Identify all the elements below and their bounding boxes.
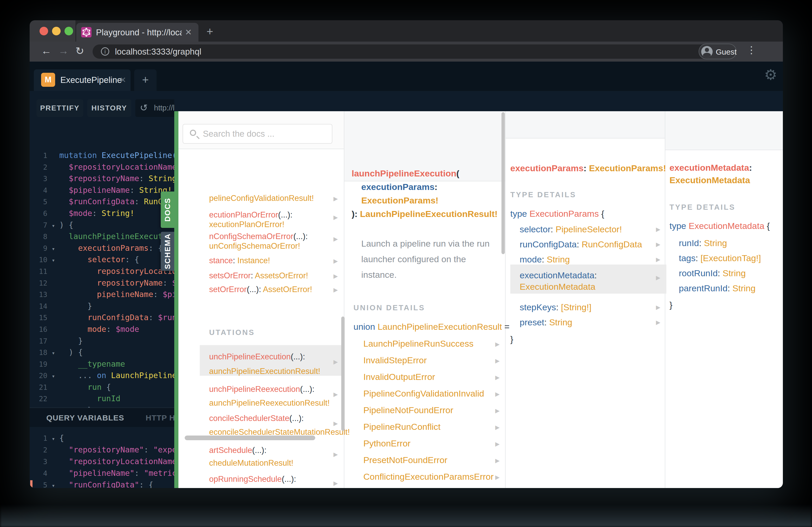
expand-arrow-icon[interactable]: ▶ <box>656 256 661 263</box>
docs-item[interactable]: concileSchedulerState(...): <box>209 414 304 423</box>
docs-item[interactable]: executionMetadata: <box>520 270 597 281</box>
docs-item[interactable]: InvalidStepError <box>363 355 427 365</box>
endpoint-input[interactable]: ↻ http://loc <box>135 99 174 117</box>
docs-item[interactable]: InvalidOutputError <box>363 372 435 382</box>
docs-item[interactable]: setOrError(...): AssetOrError! <box>209 285 312 294</box>
docs-item[interactable]: runId: String <box>679 238 727 248</box>
expand-arrow-icon[interactable]: ▶ <box>333 359 338 365</box>
tab-http-headers[interactable]: HTTP HEADERS <box>146 413 174 422</box>
docs-item[interactable]: rootRunId: String <box>679 268 746 278</box>
expand-arrow-icon[interactable]: ▶ <box>333 195 338 202</box>
expand-arrow-icon[interactable]: ▶ <box>333 273 338 280</box>
expand-arrow-icon[interactable]: ▶ <box>495 424 499 431</box>
docs-item[interactable]: runConfigData: RunConfigData <box>520 239 642 250</box>
vertical-scrollbar[interactable] <box>502 112 505 254</box>
fold-icon[interactable]: ▾ <box>47 220 59 232</box>
zoom-window-button[interactable] <box>64 27 73 35</box>
expand-arrow-icon[interactable]: ▶ <box>495 358 499 364</box>
docs-resize-handle[interactable] <box>174 111 178 488</box>
docs-item[interactable]: selector: PipelineSelector! <box>520 224 622 235</box>
docs-item[interactable]: parentRunId: String <box>679 283 756 293</box>
browser-menu-icon[interactable]: ⋮ <box>746 44 756 56</box>
docs-item[interactable]: unchPipelineReexecution(...): <box>209 385 315 394</box>
expand-arrow-icon[interactable]: ▶ <box>333 480 338 487</box>
new-session-button[interactable]: + <box>134 70 157 91</box>
expand-arrow-icon[interactable]: ▶ <box>333 391 338 398</box>
forward-icon[interactable]: → <box>58 45 69 57</box>
horizontal-scrollbar[interactable] <box>185 436 315 440</box>
fold-icon[interactable]: ▾ <box>47 480 59 488</box>
docs-item[interactable]: tags: [ExecutionTag!] <box>679 253 761 263</box>
fold-icon[interactable]: ▾ <box>47 433 59 445</box>
docs-item[interactable]: ExecutionMetadata <box>520 282 595 292</box>
vertical-scrollbar[interactable] <box>341 317 345 431</box>
session-tab-executepipeline[interactable]: M ExecutePipeline ✕ <box>34 70 131 91</box>
site-info-icon[interactable]: i <box>101 47 109 56</box>
docs-item[interactable]: xecutionPlanOrError! <box>209 220 284 229</box>
expand-arrow-icon[interactable]: ▶ <box>656 304 661 311</box>
address-bar[interactable]: i localhost:3333/graphql <box>92 44 726 59</box>
docs-item[interactable]: unConfigSchemaOrError! <box>209 241 300 251</box>
docs-item[interactable]: unchPipelineExecution(...): <box>209 352 305 361</box>
schema-side-tab[interactable]: SCHEMA <box>161 232 174 271</box>
prettify-button[interactable]: PRETTIFY <box>37 99 83 117</box>
docs-item[interactable]: PresetNotFoundError <box>363 455 447 465</box>
expand-arrow-icon[interactable]: ▶ <box>333 420 338 427</box>
tab-query-variables[interactable]: QUERY VARIABLES <box>46 413 124 422</box>
docs-item[interactable]: PipelineConfigValidationInvalid <box>363 389 484 398</box>
close-window-button[interactable] <box>40 27 48 35</box>
expand-arrow-icon[interactable]: ▶ <box>495 407 499 414</box>
expand-arrow-icon[interactable]: ▶ <box>333 236 338 242</box>
docs-item[interactable]: pelineConfigValidationResult! <box>209 194 314 203</box>
docs-side-tab[interactable]: DOCS <box>161 192 174 228</box>
expand-arrow-icon[interactable]: ▶ <box>495 391 499 397</box>
docs-item[interactable]: cheduleMutationResult! <box>209 458 293 468</box>
query-variables-editor[interactable]: 1▾{2 "repositoryName": "exper3 "reposito… <box>30 432 174 488</box>
new-tab-button[interactable]: + <box>206 25 213 38</box>
docs-item[interactable]: ConflictingExecutionParamsError <box>363 472 494 482</box>
profile-button[interactable]: Guest <box>699 44 737 59</box>
session-close-icon[interactable]: ✕ <box>120 75 126 85</box>
expand-arrow-icon[interactable]: ▶ <box>495 441 499 448</box>
docs-item[interactable]: setsOrError: AssetsOrError! <box>209 271 308 281</box>
expand-arrow-icon[interactable]: ▶ <box>333 287 338 293</box>
reload-icon[interactable]: ↻ <box>75 45 84 57</box>
docs-item[interactable]: LaunchPipelineRunSuccess <box>363 338 473 349</box>
fold-icon[interactable]: ▾ <box>47 255 59 266</box>
expand-arrow-icon[interactable]: ▶ <box>333 214 338 221</box>
docs-item[interactable]: preset: String <box>520 317 572 328</box>
docs-item[interactable]: stance: Instance! <box>209 256 270 265</box>
back-icon[interactable]: ← <box>41 45 52 57</box>
fold-icon[interactable]: ▾ <box>47 243 59 255</box>
docs-search-input[interactable]: Search the docs ... <box>183 124 332 144</box>
settings-gear-icon[interactable]: ⚙ <box>764 66 777 83</box>
expand-arrow-icon[interactable]: ▶ <box>495 374 499 381</box>
docs-item[interactable]: mode: String <box>520 254 570 265</box>
browser-tab[interactable]: Playground - http://localhost:3 ✕ <box>76 23 199 42</box>
docs-item[interactable]: opRunningSchedule(...): <box>209 475 296 484</box>
expand-arrow-icon[interactable]: ▶ <box>495 341 499 348</box>
expand-arrow-icon[interactable]: ▶ <box>495 474 499 481</box>
expand-arrow-icon[interactable]: ▶ <box>333 451 338 458</box>
endpoint-reload-icon[interactable]: ↻ <box>140 102 148 113</box>
docs-item[interactable]: PythonError <box>363 438 410 449</box>
docs-item[interactable]: PipelineNotFoundError <box>363 405 453 415</box>
docs-item[interactable]: PipelineRunConflict <box>363 422 440 432</box>
docs-item[interactable]: aunchPipelineExecutionResult! <box>209 367 320 376</box>
fold-icon[interactable]: ▾ <box>47 347 59 359</box>
fold-icon[interactable]: ▾ <box>47 371 59 382</box>
docs-item[interactable]: stepKeys: [String!] <box>520 302 592 312</box>
docs-item[interactable]: nConfigSchemaOrError(...): <box>209 232 308 241</box>
query-editor[interactable]: 1 mutation ExecutePipeline(2 $repository… <box>30 150 174 326</box>
history-button[interactable]: HISTORY <box>87 99 131 117</box>
docs-item[interactable]: aunchPipelineReexecutionResult! <box>209 398 330 408</box>
expand-arrow-icon[interactable]: ▶ <box>656 241 661 248</box>
expand-arrow-icon[interactable]: ▶ <box>495 457 499 464</box>
minimize-window-button[interactable] <box>52 27 61 35</box>
expand-arrow-icon[interactable]: ▶ <box>656 274 661 281</box>
expand-arrow-icon[interactable]: ▶ <box>656 319 661 326</box>
tab-close-icon[interactable]: ✕ <box>185 27 192 37</box>
expand-arrow-icon[interactable]: ▶ <box>656 226 661 233</box>
docs-item[interactable]: artSchedule(...): <box>209 446 266 455</box>
expand-arrow-icon[interactable]: ▶ <box>333 258 338 265</box>
